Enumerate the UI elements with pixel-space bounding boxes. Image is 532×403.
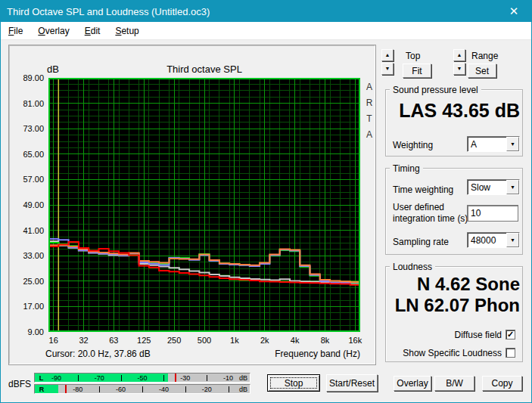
top-up-button[interactable]: ▲: [381, 49, 394, 61]
y-tick-label: 25.00: [9, 277, 44, 286]
integration-time-input[interactable]: 10: [467, 205, 518, 222]
meter-channel-label: L: [39, 374, 44, 382]
time-weighting-select[interactable]: Slow ▼: [467, 179, 520, 195]
menu-bar: File Overlay Edit Setup: [1, 22, 531, 40]
dropdown-arrow-icon[interactable]: ▼: [506, 180, 519, 194]
meter-tick: [185, 386, 186, 392]
close-button[interactable]: ✕: [496, 1, 531, 22]
top-label: Top: [406, 51, 420, 61]
dbfs-label: dBFS: [8, 379, 31, 389]
start-reset-button[interactable]: Start/Reset: [326, 374, 378, 392]
phon-value: LN 62.07 Phon: [385, 295, 520, 316]
meter-tick: [99, 386, 100, 392]
watermark-letter: T: [363, 111, 375, 127]
meter-tick: [78, 375, 79, 381]
arta-watermark: ARTA: [363, 79, 375, 143]
meter-bar: [35, 385, 58, 393]
dropdown-arrow-icon[interactable]: ▼: [506, 233, 519, 247]
title-bar: Third Octave SPL and Loudness (Untitled.…: [1, 1, 531, 22]
diffuse-field-label: Diffuse field: [393, 330, 502, 340]
integration-label-line1: User defined: [393, 202, 444, 212]
x-tick-label: 32: [69, 336, 99, 345]
x-tick-label: 16k: [340, 336, 370, 345]
fit-button[interactable]: Fit: [403, 64, 431, 78]
x-tick-label: 2k: [250, 336, 280, 345]
top-down-button[interactable]: ▼: [381, 63, 394, 75]
meter-unit-label: dB: [239, 386, 247, 393]
spl-value: LAS 43.65 dB: [385, 100, 520, 122]
copy-button[interactable]: Copy: [482, 376, 522, 391]
x-tick-label: 63: [98, 336, 129, 345]
meter-channel-label: R: [39, 386, 45, 393]
meter-tick: [163, 375, 164, 381]
window-title: Third Octave SPL and Loudness (Untitled.…: [7, 6, 210, 17]
x-tick-label: 500: [189, 336, 219, 345]
down-arrow-icon: ▼: [457, 67, 462, 71]
x-tick-label: 1k: [219, 336, 250, 345]
meter-row-l: L-90-70-50-30-10dB: [34, 373, 250, 383]
up-arrow-icon: ▲: [385, 53, 390, 57]
dropdown-arrow-icon[interactable]: ▼: [506, 137, 519, 151]
y-tick-label: 81.00: [9, 99, 44, 108]
meter-unit-label: dB: [239, 374, 247, 382]
diffuse-field-checkbox[interactable]: ✓: [506, 330, 515, 339]
chart-panel: dB Third octave SPL 89.0081.0073.0065.00…: [8, 45, 376, 365]
weighting-select[interactable]: A ▼: [467, 136, 520, 152]
sampling-rate-label: Sampling rate: [393, 237, 449, 247]
spl-plot[interactable]: [48, 78, 360, 332]
watermark-letter: A: [363, 127, 375, 143]
y-tick-label: 65.00: [9, 150, 44, 159]
y-tick-label: 49.00: [9, 200, 44, 209]
meter-scale-label: -60: [116, 386, 126, 393]
meter-scale-label: -80: [73, 386, 82, 393]
level-meter: L-90-70-50-30-10dBR-80-60-40-20dB: [34, 373, 250, 394]
x-tick-label: 250: [159, 336, 189, 345]
watermark-letter: R: [363, 95, 375, 111]
meter-scale-label: -50: [137, 374, 147, 382]
watermark-letter: A: [363, 79, 375, 95]
meter-tick: [207, 375, 207, 381]
chart-title: Third octave SPL: [48, 64, 360, 75]
range-up-button[interactable]: ▲: [453, 49, 465, 61]
time-weighting-label: Time weighting: [393, 184, 453, 195]
meter-tick: [250, 375, 250, 381]
integration-label-line2: integration time (s): [393, 213, 468, 224]
y-tick-label: 57.00: [9, 175, 44, 184]
sone-value: N 4.62 Sone: [385, 274, 520, 295]
range-down-button[interactable]: ▼: [453, 63, 465, 75]
specific-loudness-checkbox[interactable]: [506, 348, 515, 358]
x-tick-label: 4k: [280, 336, 310, 345]
x-axis-title: Frequency band (Hz): [48, 349, 360, 359]
meter-tick: [121, 375, 122, 381]
y-tick-label: 33.00: [9, 251, 44, 260]
set-button[interactable]: Set: [468, 64, 496, 78]
meter-tick: [142, 386, 143, 392]
x-tick-label: 8k: [310, 336, 340, 345]
menu-overlay[interactable]: Overlay: [30, 23, 76, 39]
overlay-button[interactable]: Overlay: [394, 376, 431, 391]
meter-peak: [65, 385, 67, 393]
specific-loudness-label: Show Specific Loudness: [393, 348, 502, 358]
up-arrow-icon: ▲: [457, 53, 462, 57]
meter-scale-label: -90: [51, 374, 61, 382]
meter-scale-label: -40: [159, 386, 169, 393]
menu-setup[interactable]: Setup: [107, 23, 146, 39]
loudness-group-label: Loudness: [390, 262, 435, 272]
x-tick-label: 125: [129, 336, 159, 345]
meter-peak: [175, 374, 176, 382]
bw-button[interactable]: B/W: [434, 376, 474, 391]
y-tick-label: 41.00: [9, 226, 44, 235]
menu-file[interactable]: File: [1, 23, 30, 39]
stop-button[interactable]: Stop: [267, 374, 320, 392]
y-tick-label: 17.00: [9, 302, 44, 311]
weighting-label: Weighting: [393, 140, 433, 150]
app-window: Third Octave SPL and Loudness (Untitled.…: [0, 0, 532, 403]
menu-edit[interactable]: Edit: [77, 23, 108, 39]
y-tick-label: 89.00: [9, 73, 44, 82]
down-arrow-icon: ▼: [385, 67, 390, 71]
range-label: Range: [471, 51, 498, 61]
timing-group-label: Timing: [390, 163, 423, 174]
sampling-rate-select[interactable]: 48000 ▼: [467, 232, 520, 248]
y-tick-label: 73.00: [9, 124, 44, 133]
meter-scale-label: -30: [180, 374, 190, 382]
